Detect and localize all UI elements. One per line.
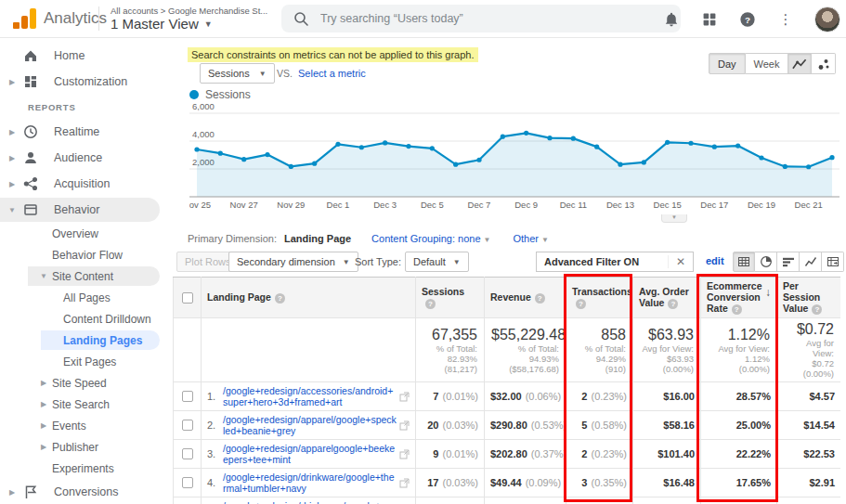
sidebar-item-site-speed[interactable]: ▶Site Speed <box>0 372 167 394</box>
account-switcher[interactable]: All accounts > Google Merchandise St... … <box>111 6 267 32</box>
sidebar-item-site-content[interactable]: ▼Site Content <box>0 265 167 287</box>
row-checkbox[interactable] <box>182 420 193 431</box>
sidebar-item-label: Home <box>54 49 85 62</box>
sidebar-item-acquisition[interactable]: ▶Acquisition <box>0 171 167 197</box>
column-header-transactions[interactable]: Transactions? <box>566 278 633 318</box>
open-page-icon[interactable] <box>399 392 410 402</box>
sidebar-item-all-pages[interactable]: All Pages <box>0 287 167 308</box>
open-page-icon[interactable] <box>399 420 410 431</box>
sidebar-item-publisher[interactable]: ▶Publisher <box>0 436 167 458</box>
chevron-right-icon: ▶ <box>7 154 17 162</box>
column-header-per-session-value[interactable]: Per Session Value? <box>777 278 841 318</box>
motion-chart-icon[interactable] <box>812 53 836 74</box>
row-checkbox[interactable] <box>182 391 193 402</box>
percentage-icon[interactable] <box>755 252 777 272</box>
svg-text:Dec 9: Dec 9 <box>514 200 538 210</box>
chevron-down-icon: ▼ <box>343 258 350 266</box>
sidebar-section-label: REPORTS <box>0 95 167 119</box>
edit-filter-link[interactable]: edit <box>706 255 724 266</box>
person-icon <box>22 149 39 166</box>
help-icon[interactable]: ? <box>425 299 436 309</box>
apps-grid-icon[interactable] <box>700 10 719 29</box>
revenue-cell: $32.00(0.06%) <box>485 382 566 411</box>
secondary-dimension-dropdown[interactable]: Secondary dimension▼ <box>228 252 358 272</box>
sidebar-item-overview[interactable]: Overview <box>0 223 167 244</box>
search-input[interactable] <box>320 12 670 25</box>
sort-type-label: Sort Type: <box>355 256 401 267</box>
transactions-cell: 2(0.23%) <box>566 440 633 469</box>
avg-order-value-cell: $58.16 <box>633 411 701 440</box>
performance-icon[interactable] <box>777 252 800 272</box>
sidebar-item-content-drilldown[interactable]: Content Drilldown <box>0 308 167 330</box>
sidebar-item-landing-pages[interactable]: Landing Pages <box>0 330 167 351</box>
sidebar-item-site-search[interactable]: ▶Site Search <box>0 394 167 415</box>
landing-page-link[interactable]: /google+redesign/drinkware/google+therma… <box>223 472 397 494</box>
data-table-icon[interactable] <box>733 252 755 272</box>
transactions-cell: 3(0.35%) <box>566 469 633 498</box>
sidebar-item-behavior[interactable]: ▼Behavior <box>0 197 167 223</box>
primary-dimension-value[interactable]: Landing Page <box>284 233 351 244</box>
landing-page-link[interactable]: /google+redesign/apparel/google+speckled… <box>223 414 397 436</box>
sidebar-item-events[interactable]: ▶Events <box>0 415 167 436</box>
open-page-icon[interactable] <box>399 449 410 459</box>
help-icon[interactable]: ? <box>668 299 678 309</box>
landing-page-link[interactable]: /google+redesign/accessories/android+sup… <box>223 385 397 407</box>
sort-type-dropdown[interactable]: Default▼ <box>405 252 469 272</box>
column-header-avg-order-value[interactable]: Avg. Order Value? <box>633 278 701 318</box>
pivot-icon[interactable] <box>822 252 844 272</box>
chevron-right-icon: ▶ <box>7 488 17 497</box>
advanced-filter-chip[interactable]: Advanced Filter ON ✕ <box>536 252 694 272</box>
day-button[interactable]: Day <box>709 53 746 74</box>
chevron-right-icon: ▶ <box>7 78 17 86</box>
select-metric-link[interactable]: Select a metric <box>298 68 366 79</box>
help-icon[interactable]: ? <box>275 293 285 304</box>
comparison-icon[interactable] <box>800 252 822 272</box>
close-icon[interactable]: ✕ <box>668 255 693 268</box>
select-all-checkbox[interactable] <box>182 292 193 304</box>
other-dimension-link[interactable]: Other▼ <box>513 233 548 244</box>
sidebar-item-label: Site Speed <box>52 377 107 390</box>
chevron-right-icon: ▶ <box>39 379 48 387</box>
window-icon <box>22 201 39 218</box>
landing-page-link[interactable]: /google+redesign/apparelgoogle+beekeeper… <box>223 443 397 465</box>
bell-icon[interactable] <box>662 10 681 29</box>
help-icon[interactable]: ? <box>738 10 757 29</box>
row-checkbox[interactable] <box>182 477 193 488</box>
column-header-sessions[interactable]: Sessions? <box>416 278 485 318</box>
svg-text:Nov 29: Nov 29 <box>277 200 305 210</box>
sidebar-item-behavior-flow[interactable]: Behavior Flow <box>0 244 167 265</box>
revenue-cell: $202.80(0.37%) <box>485 440 566 469</box>
column-header-ecommerce-conversion-rate[interactable]: ↓Ecommerce Conversion Rate? <box>701 278 777 318</box>
open-page-icon[interactable] <box>399 478 410 488</box>
row-checkbox[interactable] <box>182 448 193 459</box>
column-header-landing-page[interactable]: Landing Page? <box>202 278 416 318</box>
analytics-logo-icon[interactable] <box>13 8 36 29</box>
sidebar-item-customization[interactable]: ▶Customization <box>0 69 167 95</box>
sidebar-item-experiments[interactable]: Experiments <box>0 458 167 479</box>
line-chart-icon[interactable] <box>787 53 812 74</box>
help-icon[interactable]: ? <box>576 299 586 309</box>
sidebar-item-home[interactable]: Home <box>0 43 167 69</box>
per-session-value-cell: $35.31 <box>777 498 841 504</box>
search-bar[interactable] <box>281 5 681 32</box>
help-icon[interactable]: ? <box>812 304 822 315</box>
sidebar-item-conversions[interactable]: ▶Conversions <box>0 479 167 504</box>
svg-text:6,000: 6,000 <box>192 104 215 111</box>
sidebar-item-audience[interactable]: ▶Audience <box>0 145 167 171</box>
sidebar-item-realtime[interactable]: ▶Realtime <box>0 119 167 145</box>
metric-dropdown[interactable]: Sessions▼ <box>200 63 275 84</box>
revenue-cell: $776.80(1.41%) <box>485 498 566 504</box>
chart-collapse-tab[interactable]: ▼ <box>661 214 687 223</box>
sort-desc-icon: ↓ <box>765 286 771 299</box>
avatar[interactable] <box>814 6 840 32</box>
sessions-line-chart[interactable]: 2,0004,0006,000Nov 25Nov 27Nov 29Dec 1De… <box>189 104 839 213</box>
more-vertical-icon[interactable]: ⋮ <box>776 10 795 29</box>
help-icon[interactable]: ? <box>732 304 742 315</box>
week-button[interactable]: Week <box>746 53 789 74</box>
help-icon[interactable]: ? <box>535 293 545 304</box>
landing-page-link[interactable]: /google+redesign/drinkware/google+cantee… <box>223 500 397 504</box>
sidebar-item-label: Landing Pages <box>63 334 142 347</box>
column-header-revenue[interactable]: Revenue? <box>485 278 566 318</box>
content-grouping-link[interactable]: Content Grouping: none▼ <box>371 233 490 244</box>
sidebar-item-exit-pages[interactable]: Exit Pages <box>0 351 167 372</box>
